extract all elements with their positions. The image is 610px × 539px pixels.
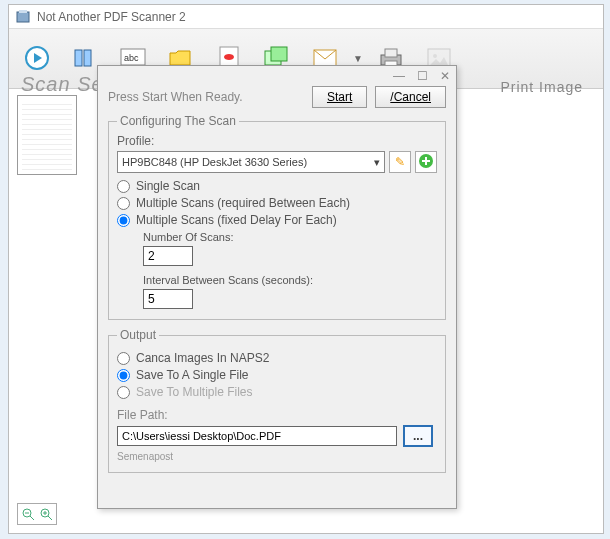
app-icon <box>15 9 31 25</box>
svg-rect-10 <box>271 47 287 61</box>
svg-rect-13 <box>385 49 397 57</box>
configure-fieldset: Configuring The Scan Profile: HP9BC848 (… <box>108 114 446 320</box>
profile-value: HP9BC848 (HP DeskJet 3630 Series) <box>122 156 307 168</box>
add-profile-button[interactable] <box>415 151 437 173</box>
output-fieldset: Output Canca Images In NAPS2 Save To A S… <box>108 328 446 473</box>
svg-line-18 <box>30 516 34 520</box>
radio-multi-between[interactable]: Multiple Scans (required Between Each) <box>117 196 437 210</box>
radio-single-scan[interactable]: Single Scan <box>117 179 437 193</box>
window-title: Not Another PDF Scanner 2 <box>37 10 186 24</box>
instruction-text: Press Start When Ready. <box>108 90 304 104</box>
close-button[interactable]: ✕ <box>440 69 450 83</box>
toolbar-dropdown-icon[interactable]: ▼ <box>353 53 363 64</box>
maximize-button[interactable]: ☐ <box>417 69 428 83</box>
thumbnail-sidebar <box>17 95 97 181</box>
profiles-icon <box>71 44 99 72</box>
interval-label: Interval Between Scans (seconds): <box>143 274 437 286</box>
num-scans-input[interactable] <box>143 246 193 266</box>
profile-label: Profile: <box>117 134 437 148</box>
radio-save-multi[interactable]: Save To Multiple Files <box>117 385 437 399</box>
chevron-down-icon: ▾ <box>374 156 380 169</box>
interval-input[interactable] <box>143 289 193 309</box>
svg-rect-5 <box>84 50 91 66</box>
svg-line-21 <box>48 516 52 520</box>
filepath-label: File Path: <box>117 408 437 422</box>
zoom-out-button[interactable] <box>20 506 36 522</box>
footer-text: Semenapost <box>117 451 437 462</box>
start-button[interactable]: Start <box>312 86 367 108</box>
zoom-controls <box>17 503 57 525</box>
pencil-icon: ✎ <box>395 155 405 169</box>
radio-multi-delay[interactable]: Multiple Scans (fixed Delay For Each) <box>117 213 437 227</box>
minimize-button[interactable]: — <box>393 69 405 83</box>
svg-rect-0 <box>17 12 29 22</box>
page-thumbnail[interactable] <box>17 95 77 175</box>
serial-scan-dialog: — ☐ ✕ Press Start When Ready. Start /Can… <box>97 65 457 509</box>
svg-rect-4 <box>75 50 82 66</box>
title-bar: Not Another PDF Scanner 2 <box>9 5 603 29</box>
profile-select[interactable]: HP9BC848 (HP DeskJet 3630 Series) ▾ <box>117 151 385 173</box>
main-window: Not Another PDF Scanner 2 abc ▼ <box>8 4 604 534</box>
cancel-button[interactable]: /Cancel <box>375 86 446 108</box>
edit-profile-button[interactable]: ✎ <box>389 151 411 173</box>
output-legend: Output <box>117 328 159 342</box>
filepath-input[interactable] <box>117 426 397 446</box>
radio-canca[interactable]: Canca Images In NAPS2 <box>117 351 437 365</box>
browse-button[interactable]: ... <box>403 425 433 447</box>
num-scans-label: Number Of Scans: <box>143 231 437 243</box>
svg-text:abc: abc <box>124 53 139 63</box>
play-icon <box>23 44 51 72</box>
radio-save-single[interactable]: Save To A Single File <box>117 368 437 382</box>
dialog-titlebar: — ☐ ✕ <box>98 66 456 86</box>
print-label: Print Image <box>500 79 583 95</box>
zoom-in-button[interactable] <box>38 506 54 522</box>
svg-point-16 <box>433 54 437 58</box>
configure-legend: Configuring The Scan <box>117 114 239 128</box>
svg-rect-1 <box>19 10 27 13</box>
plus-icon <box>418 153 434 172</box>
